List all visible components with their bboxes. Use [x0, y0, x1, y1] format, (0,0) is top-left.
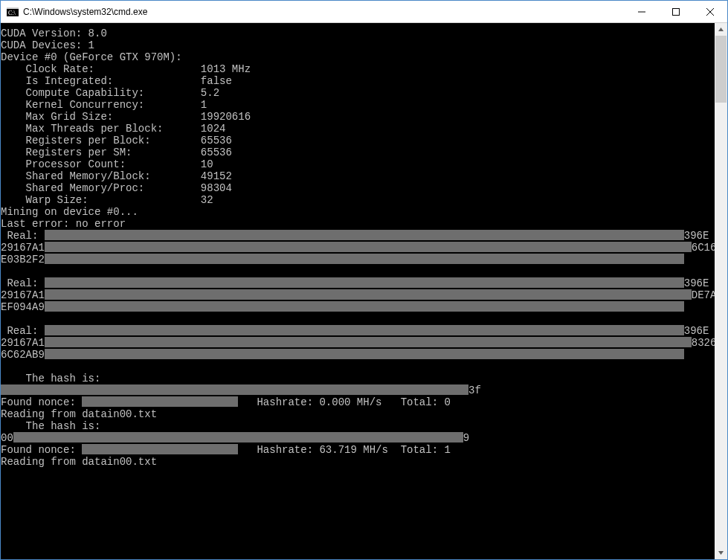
maximize-button[interactable] [659, 1, 693, 22]
client-area: CUDA Version: 8.0CUDA Devices: 1Device #… [1, 23, 727, 559]
svg-rect-1 [7, 7, 19, 9]
scroll-up-button[interactable] [715, 23, 727, 36]
vertical-scrollbar[interactable] [715, 23, 727, 559]
close-button[interactable] [693, 1, 727, 22]
scroll-down-button[interactable] [715, 547, 727, 559]
titlebar[interactable]: C:\ C:\Windows\system32\cmd.exe [1, 1, 727, 23]
svg-marker-8 [718, 551, 724, 555]
window-title: C:\Windows\system32\cmd.exe [23, 7, 625, 17]
minimize-button[interactable] [625, 1, 659, 22]
terminal[interactable]: CUDA Version: 8.0CUDA Devices: 1Device #… [1, 23, 715, 559]
window-frame: C:\ C:\Windows\system32\cmd.exe CUDA Ver… [0, 0, 728, 560]
window-controls [625, 1, 727, 22]
svg-text:C:\: C:\ [8, 10, 16, 16]
scroll-track[interactable] [715, 36, 727, 547]
cmd-icon: C:\ [7, 6, 19, 18]
scroll-thumb[interactable] [715, 36, 727, 103]
svg-marker-7 [718, 28, 724, 31]
svg-rect-4 [673, 8, 680, 15]
terminal-output: CUDA Version: 8.0CUDA Devices: 1Device #… [1, 23, 715, 468]
